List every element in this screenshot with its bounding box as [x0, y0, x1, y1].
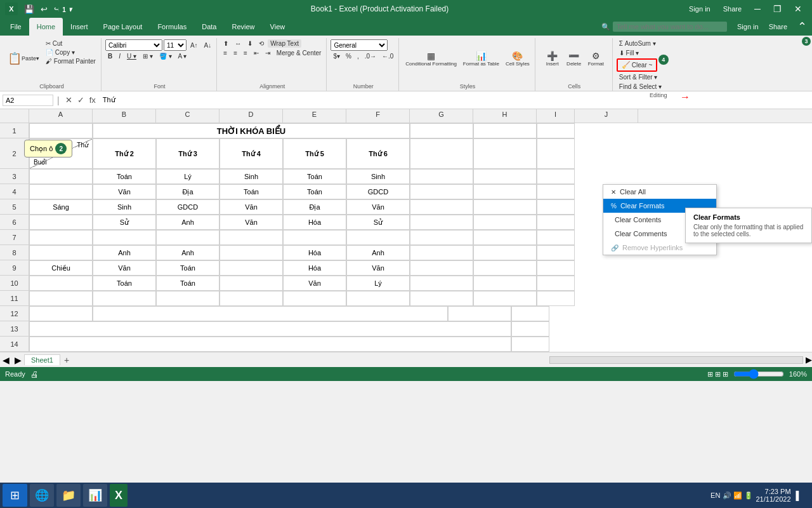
cell-i2[interactable]: [537, 138, 575, 169]
cell-f6[interactable]: Sử: [346, 215, 410, 230]
cell-h7[interactable]: [473, 230, 537, 245]
cell-b9[interactable]: Văn: [93, 260, 156, 276]
cell-b7[interactable]: [93, 230, 156, 245]
cell-h2[interactable]: [473, 138, 537, 169]
row-header-5[interactable]: 5: [0, 199, 29, 215]
cell-c8[interactable]: Anh: [156, 245, 219, 260]
undo-button[interactable]: ↩: [38, 3, 50, 15]
cell-a4[interactable]: [29, 184, 93, 199]
cell-f8[interactable]: Anh: [346, 245, 410, 260]
align-bottom-btn[interactable]: ⬇: [245, 39, 255, 48]
row-header-8[interactable]: 8: [0, 245, 29, 260]
name-box[interactable]: [3, 95, 53, 106]
cell-c6[interactable]: Anh: [156, 215, 219, 230]
cell-a5[interactable]: Sáng: [29, 199, 93, 215]
comma-btn[interactable]: ,: [355, 52, 362, 60]
restore-button[interactable]: ❐: [768, 0, 787, 18]
row-header-14[interactable]: 14: [0, 337, 29, 352]
cell-f9[interactable]: Văn: [346, 260, 410, 276]
col-header-a[interactable]: A: [29, 109, 93, 123]
tab-data[interactable]: Data: [194, 18, 224, 36]
cell-i6[interactable]: [537, 215, 575, 230]
cell-f2[interactable]: Thứ 6: [346, 138, 410, 169]
italic-button[interactable]: I: [116, 52, 123, 60]
zoom-slider[interactable]: [733, 369, 784, 379]
cell-h5[interactable]: [473, 199, 537, 215]
row-header-4[interactable]: 4: [0, 184, 29, 199]
cut-button[interactable]: ✂ Cut: [43, 39, 98, 48]
cell-c3[interactable]: Lý: [156, 169, 219, 184]
cell-b12-wide[interactable]: [93, 306, 448, 321]
sign-in-button[interactable]: Sign in: [684, 4, 716, 14]
cell-a8[interactable]: [29, 245, 93, 260]
cell-b8[interactable]: Anh: [93, 245, 156, 260]
tab-formulas[interactable]: Formulas: [150, 18, 194, 36]
col-header-e[interactable]: E: [283, 109, 346, 123]
cell-h10[interactable]: [473, 276, 537, 291]
taskbar-ie[interactable]: 🌐: [30, 484, 54, 507]
percent-btn[interactable]: %: [343, 52, 354, 60]
clear-btn[interactable]: 🧹 Clear ~: [617, 58, 658, 72]
increase-indent-btn[interactable]: ⇥: [263, 49, 273, 57]
cell-f4[interactable]: GDCD: [346, 184, 410, 199]
show-desktop-btn[interactable]: ▌: [794, 491, 804, 500]
col-header-d[interactable]: D: [219, 109, 283, 123]
cell-d5[interactable]: Văn: [219, 199, 283, 215]
cell-e7[interactable]: [283, 230, 346, 245]
insert-function-btn[interactable]: fx: [88, 95, 98, 105]
cell-a9[interactable]: Chiều: [29, 260, 93, 276]
format-cells-btn[interactable]: ⚙ Format 3: [586, 50, 606, 68]
decrease-indent-btn[interactable]: ⇤: [251, 49, 261, 57]
cell-i13[interactable]: [511, 321, 549, 337]
cell-i5[interactable]: [537, 199, 575, 215]
cell-f7[interactable]: [346, 230, 410, 245]
format-painter-button[interactable]: 🖌 Format Painter: [43, 57, 98, 65]
increase-decimal-btn[interactable]: .0→: [362, 52, 379, 60]
cell-g10[interactable]: [410, 276, 473, 291]
col-header-f[interactable]: F: [346, 109, 410, 123]
scroll-tabs-left[interactable]: ◀: [0, 355, 12, 365]
scroll-tabs-right[interactable]: ▶: [12, 355, 24, 365]
align-right-btn[interactable]: ≡: [241, 49, 250, 57]
ribbon-collapse-btn[interactable]: ⌃: [792, 18, 812, 36]
cell-styles-btn[interactable]: 🎨 Cell Styles: [503, 50, 532, 68]
cell-d3[interactable]: Sinh: [219, 169, 283, 184]
align-middle-btn[interactable]: ↔: [232, 39, 244, 48]
insert-cells-btn[interactable]: ➕ Insert: [542, 50, 563, 68]
sheet-tab-sheet1[interactable]: Sheet1: [24, 354, 60, 365]
cell-c2[interactable]: Thứ 3: [156, 138, 219, 169]
cell-i3[interactable]: [537, 169, 575, 184]
cell-f10[interactable]: Lý: [346, 276, 410, 291]
cell-row14[interactable]: [29, 337, 511, 352]
autosum-btn[interactable]: Σ AutoSum ▾: [617, 39, 658, 48]
col-header-c[interactable]: C: [156, 109, 219, 123]
cell-e8[interactable]: Hóa: [283, 245, 346, 260]
cell-g6[interactable]: [410, 215, 473, 230]
col-header-j[interactable]: J: [575, 109, 638, 123]
formula-input[interactable]: [100, 95, 809, 105]
cell-e6[interactable]: Hóa: [283, 215, 346, 230]
cell-i11[interactable]: [537, 291, 575, 306]
cell-h6[interactable]: [473, 215, 537, 230]
wrap-text-btn[interactable]: Wrap Text: [268, 39, 301, 48]
cell-b4[interactable]: Văn: [93, 184, 156, 199]
cell-d6[interactable]: Văn: [219, 215, 283, 230]
paste-button[interactable]: 📋 Paste ▾: [5, 39, 42, 77]
cell-b6[interactable]: Sử: [93, 215, 156, 230]
cell-a7[interactable]: [29, 230, 93, 245]
save-button[interactable]: 💾: [22, 3, 37, 15]
cell-d4[interactable]: Toán: [219, 184, 283, 199]
scroll-right-btn[interactable]: ▶: [806, 355, 812, 364]
align-left-btn[interactable]: ≡: [221, 49, 230, 57]
cell-e2[interactable]: Thứ 5: [283, 138, 346, 169]
tell-me-input[interactable]: [613, 22, 727, 32]
cancel-formula-btn[interactable]: ✕: [63, 95, 74, 105]
dropdown-clear-all[interactable]: ✕ Clear All: [603, 185, 716, 199]
align-top-btn[interactable]: ⬆: [221, 39, 231, 48]
cell-a6[interactable]: [29, 215, 93, 230]
merge-center-btn[interactable]: Merge & Center: [274, 49, 324, 57]
cell-d2[interactable]: Thứ 4: [219, 138, 283, 169]
cell-h9[interactable]: [473, 260, 537, 276]
cell-i14[interactable]: [511, 337, 549, 352]
start-button[interactable]: ⊞: [3, 484, 27, 507]
